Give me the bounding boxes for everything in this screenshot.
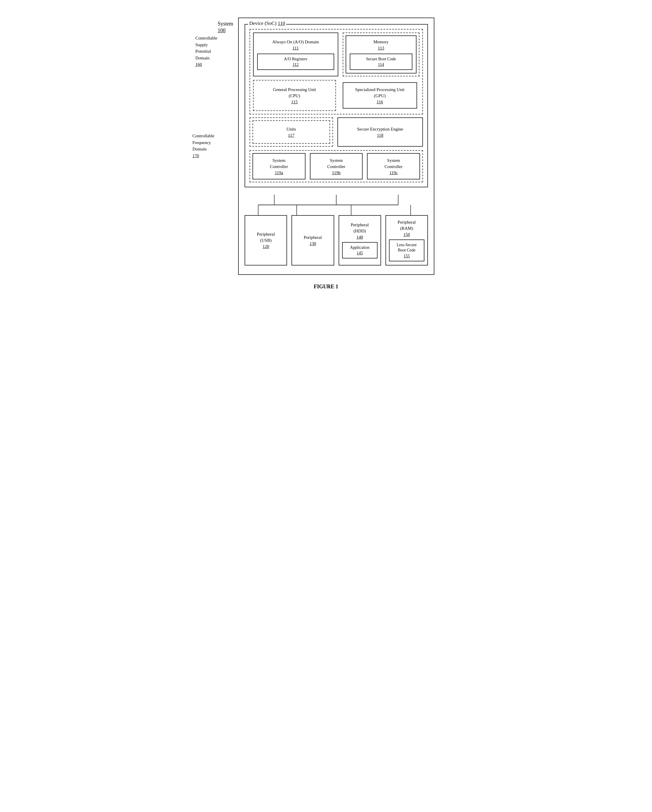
secure-boot-title: Secure Boot Code: [353, 56, 409, 62]
freq-domain-number: 170: [193, 153, 214, 159]
supply-domain-number: 160: [195, 61, 217, 68]
secure-boot-number: 114: [353, 63, 409, 67]
less-secure-boot-box: Less-Secure Boot Code 155: [389, 240, 424, 261]
peripheral-130-number: 130: [309, 241, 316, 246]
row-2: General Processing Unit (CPU) 115 Specia…: [253, 80, 419, 111]
controller-a-box: System Controller 119a: [253, 153, 306, 179]
controller-a-title: System Controller: [270, 157, 288, 170]
row-1: Always On (A/O) Domain 111 A/O Registers…: [253, 32, 419, 76]
controller-b-title: System Controller: [327, 157, 345, 170]
secure-boot-box: Secure Boot Code 114: [350, 53, 413, 70]
controller-c-box: System Controller 119c: [367, 153, 420, 179]
memory-title: Memory: [373, 39, 389, 45]
peripheral-ram-box: Peripheral (RAM) 150 Less-Secure Boot Co…: [386, 215, 428, 265]
controllers-row: System Controller 119a System Controller…: [253, 153, 420, 179]
encryption-title: Secure Encryption Engine: [357, 126, 403, 132]
freq-domain-label: Controllable Frequency Domain 170: [193, 133, 214, 159]
peripheral-ram-number: 150: [403, 232, 410, 237]
units-dashed-wrapper: Units 117: [249, 118, 333, 147]
peripheral-hdd-number: 140: [357, 235, 363, 240]
controllers-dashed: System Controller 119a System Controller…: [249, 150, 423, 182]
cpu-title: General Processing Unit (CPU): [273, 87, 316, 99]
cpu-number: 115: [291, 99, 298, 104]
ao-domain-box: Always On (A/O) Domain 111 A/O Registers…: [253, 32, 338, 76]
units-title: Units: [286, 126, 296, 132]
peripheral-hdd-title: Peripheral (HDD): [350, 222, 369, 234]
peripheral-ram-title: Peripheral (RAM): [398, 219, 416, 232]
controller-b-box: System Controller 119b: [310, 153, 363, 179]
device-soc-label: Device (SoC) 110: [248, 20, 286, 26]
application-title: Application: [346, 245, 374, 250]
controller-b-number: 119b: [332, 170, 340, 176]
controller-a-number: 119a: [275, 170, 283, 176]
connection-area: [245, 195, 428, 215]
peripheral-usb-box: Peripheral (USB) 120: [245, 215, 287, 265]
less-secure-boot-number: 155: [392, 254, 421, 258]
row-3: Units 117 Secure Encryption Engine 118: [249, 118, 423, 147]
ao-registers-title: A/O Registers: [261, 56, 331, 62]
application-box: Application 145: [342, 242, 378, 258]
gpu-wrapper: Specialized Processing Unit (GPU) 116: [340, 80, 420, 111]
cpu-box: General Processing Unit (CPU) 115: [253, 80, 336, 111]
device-soc-box: Device (SoC) 110 Controllable Supply Pot…: [245, 24, 428, 187]
device-number: 110: [278, 20, 285, 26]
system-label-text: System: [217, 20, 233, 27]
units-number: 117: [288, 133, 294, 138]
gpu-box: Specialized Processing Unit (GPU) 116: [343, 82, 417, 108]
gpu-number: 116: [377, 99, 383, 104]
peripheral-hdd-box: Peripheral (HDD) 140 Application 145: [338, 215, 381, 265]
controller-c-title: System Controller: [384, 157, 403, 170]
supply-domain-label: Controllable Supply Potential Domain 160: [195, 35, 217, 68]
encryption-box: Secure Encryption Engine 118: [337, 118, 423, 147]
less-secure-boot-title: Less-Secure Boot Code: [392, 243, 421, 253]
memory-gpu-dashed: Memory 113 Secure Boot Code 114: [343, 32, 420, 76]
peripherals-row: Peripheral (USB) 120 Peripheral 130 Peri…: [245, 215, 428, 265]
gpu-title: Specialized Processing Unit (GPU): [355, 87, 404, 99]
figure-caption-text: FIGURE 1: [314, 284, 338, 290]
application-number: 145: [346, 251, 374, 256]
ao-domain-title: Always On (A/O) Domain: [272, 39, 319, 45]
connector-lines: [245, 195, 428, 215]
peripheral-usb-title: Peripheral (USB): [257, 231, 275, 244]
encryption-number: 118: [377, 133, 383, 138]
memory-number: 113: [378, 46, 384, 50]
figure-caption: FIGURE 1: [217, 284, 435, 290]
ao-domain-number: 111: [292, 46, 299, 50]
system-border: Device (SoC) 110 Controllable Supply Pot…: [238, 18, 435, 275]
supply-domain-box: Always On (A/O) Domain 111 A/O Registers…: [249, 29, 423, 114]
memory-box: Memory 113 Secure Boot Code 114: [346, 35, 417, 73]
peripheral-130-box: Peripheral 130: [291, 215, 334, 265]
system-label: System 100: [217, 20, 233, 34]
ao-registers-number: 112: [261, 63, 331, 67]
page: System 100 Device (SoC) 110 Controllable…: [206, 9, 446, 304]
controller-c-number: 119c: [389, 170, 398, 176]
peripheral-usb-number: 120: [262, 244, 269, 249]
units-box: Units 117: [253, 120, 330, 144]
system-number: 100: [217, 27, 225, 34]
peripheral-130-title: Peripheral: [304, 235, 322, 241]
device-label-text: Device (SoC): [249, 20, 277, 26]
ao-registers-box: A/O Registers 112: [257, 53, 334, 70]
right-column-wrapper: Memory 113 Secure Boot Code 114: [343, 32, 420, 76]
